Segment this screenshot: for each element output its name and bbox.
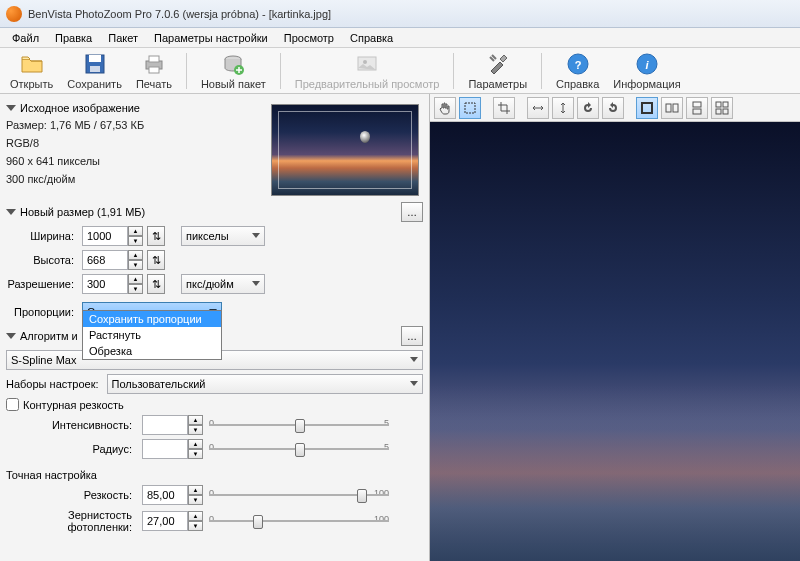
height-input[interactable] bbox=[82, 250, 128, 270]
menu-batch[interactable]: Пакет bbox=[100, 30, 146, 46]
svg-rect-22 bbox=[716, 109, 721, 114]
intensity-input[interactable] bbox=[142, 415, 188, 435]
presets-label: Наборы настроек: bbox=[6, 378, 103, 390]
spin-up-button[interactable]: ▲ bbox=[128, 274, 143, 284]
resolution-link-button[interactable]: ⇅ bbox=[147, 274, 165, 294]
dropdown-option-keep[interactable]: Сохранить пропорции bbox=[83, 311, 221, 327]
toolbar-separator bbox=[186, 53, 187, 89]
svg-rect-4 bbox=[149, 56, 159, 62]
spin-up-button[interactable]: ▲ bbox=[188, 439, 203, 449]
save-icon bbox=[83, 52, 107, 76]
width-label: Ширина: bbox=[6, 230, 78, 242]
folder-open-icon bbox=[20, 52, 44, 76]
source-thumbnail bbox=[271, 104, 419, 196]
resolution-units-combo[interactable]: пкс/дюйм bbox=[181, 274, 265, 294]
fine-tune-label: Точная настройка bbox=[6, 469, 423, 481]
spin-down-button[interactable]: ▼ bbox=[128, 284, 143, 294]
spin-down-button[interactable]: ▼ bbox=[128, 236, 143, 246]
open-button[interactable]: Открыть bbox=[6, 50, 57, 92]
new-batch-button[interactable]: Новый пакет bbox=[197, 50, 270, 92]
menu-edit[interactable]: Правка bbox=[47, 30, 100, 46]
grain-spinner[interactable]: ▲▼ bbox=[142, 511, 203, 531]
spin-down-button[interactable]: ▼ bbox=[188, 521, 203, 531]
help-button[interactable]: ? Справка bbox=[552, 50, 603, 92]
view-split-v-button[interactable] bbox=[686, 97, 708, 119]
svg-rect-21 bbox=[723, 102, 728, 107]
view-split-h-button[interactable] bbox=[661, 97, 683, 119]
titlebar: BenVista PhotoZoom Pro 7.0.6 (wersja pró… bbox=[0, 0, 800, 28]
resolution-spinner[interactable]: ▲▼ bbox=[82, 274, 143, 294]
intensity-slider[interactable]: 0 5 bbox=[209, 416, 389, 434]
batch-icon bbox=[221, 52, 245, 76]
newsize-options-button[interactable]: … bbox=[401, 202, 423, 222]
sharpness-spinner[interactable]: ▲▼ bbox=[142, 485, 203, 505]
svg-text:?: ? bbox=[574, 59, 581, 71]
preview-button[interactable]: Предварительный просмотр bbox=[291, 50, 444, 92]
save-button[interactable]: Сохранить bbox=[63, 50, 126, 92]
radius-label: Радиус: bbox=[6, 443, 136, 455]
spin-up-button[interactable]: ▲ bbox=[128, 226, 143, 236]
newsize-section-header[interactable]: Новый размер (1,91 МБ) … bbox=[6, 202, 423, 222]
svg-rect-19 bbox=[693, 109, 701, 114]
spin-up-button[interactable]: ▲ bbox=[128, 250, 143, 260]
contour-checkbox[interactable]: Контурная резкость bbox=[6, 398, 423, 411]
rotate-ccw-button[interactable] bbox=[577, 97, 599, 119]
dropdown-option-crop[interactable]: Обрезка bbox=[83, 343, 221, 359]
radius-slider[interactable]: 0 5 bbox=[209, 440, 389, 458]
help-icon: ? bbox=[566, 52, 590, 76]
grain-input[interactable] bbox=[142, 511, 188, 531]
view-grid-button[interactable] bbox=[711, 97, 733, 119]
width-link-button[interactable]: ⇅ bbox=[147, 226, 165, 246]
menu-help[interactable]: Справка bbox=[342, 30, 401, 46]
svg-rect-5 bbox=[149, 67, 159, 73]
params-button[interactable]: Параметры bbox=[464, 50, 531, 92]
toolbar-separator bbox=[453, 53, 454, 89]
svg-rect-20 bbox=[716, 102, 721, 107]
print-button[interactable]: Печать bbox=[132, 50, 176, 92]
spin-up-button[interactable]: ▲ bbox=[188, 415, 203, 425]
width-spinner[interactable]: ▲▼ bbox=[82, 226, 143, 246]
spin-down-button[interactable]: ▼ bbox=[188, 425, 203, 435]
svg-rect-16 bbox=[666, 104, 671, 112]
image-preview[interactable] bbox=[430, 122, 800, 561]
spin-up-button[interactable]: ▲ bbox=[188, 511, 203, 521]
right-panel bbox=[430, 94, 800, 561]
view-toolbar bbox=[430, 94, 800, 122]
intensity-spinner[interactable]: ▲▼ bbox=[142, 415, 203, 435]
marquee-tool-button[interactable] bbox=[459, 97, 481, 119]
proportions-label: Пропорции: bbox=[6, 306, 78, 318]
info-button[interactable]: i Информация bbox=[609, 50, 684, 92]
svg-rect-23 bbox=[723, 109, 728, 114]
rotate-cw-button[interactable] bbox=[602, 97, 624, 119]
svg-rect-15 bbox=[642, 103, 652, 113]
menu-file[interactable]: Файл bbox=[4, 30, 47, 46]
grain-slider[interactable]: 0 100 bbox=[209, 512, 389, 530]
dropdown-option-stretch[interactable]: Растянуть bbox=[83, 327, 221, 343]
radius-input[interactable] bbox=[142, 439, 188, 459]
height-spinner[interactable]: ▲▼ bbox=[82, 250, 143, 270]
sharpness-label: Резкость: bbox=[6, 489, 136, 501]
spin-up-button[interactable]: ▲ bbox=[188, 485, 203, 495]
spin-down-button[interactable]: ▼ bbox=[188, 449, 203, 459]
height-link-button[interactable]: ⇅ bbox=[147, 250, 165, 270]
menu-params[interactable]: Параметры настройки bbox=[146, 30, 276, 46]
algo-options-button[interactable]: … bbox=[401, 326, 423, 346]
sharpness-input[interactable] bbox=[142, 485, 188, 505]
spin-down-button[interactable]: ▼ bbox=[188, 495, 203, 505]
width-input[interactable] bbox=[82, 226, 128, 246]
spin-down-button[interactable]: ▼ bbox=[128, 260, 143, 270]
view-single-button[interactable] bbox=[636, 97, 658, 119]
menu-view[interactable]: Просмотр bbox=[276, 30, 342, 46]
hand-tool-button[interactable] bbox=[434, 97, 456, 119]
presets-combo[interactable]: Пользовательский bbox=[107, 374, 423, 394]
toolbar-separator bbox=[280, 53, 281, 89]
flip-v-button[interactable] bbox=[552, 97, 574, 119]
flip-h-button[interactable] bbox=[527, 97, 549, 119]
app-icon bbox=[6, 6, 22, 22]
proportions-dropdown[interactable]: Сохранить пропорции Растянуть Обрезка bbox=[82, 310, 222, 360]
width-units-combo[interactable]: пикселы bbox=[181, 226, 265, 246]
radius-spinner[interactable]: ▲▼ bbox=[142, 439, 203, 459]
resolution-input[interactable] bbox=[82, 274, 128, 294]
crop-tool-button[interactable] bbox=[493, 97, 515, 119]
sharpness-slider[interactable]: 0 100 bbox=[209, 486, 389, 504]
